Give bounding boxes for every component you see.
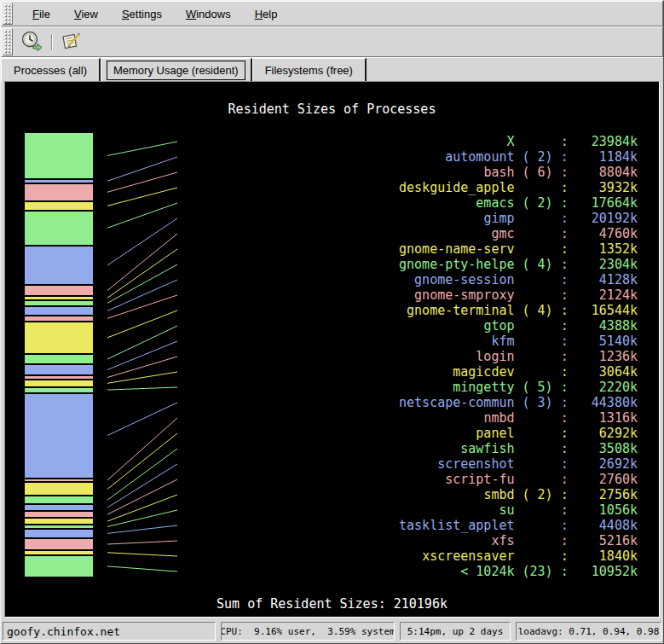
toolbar	[1, 26, 663, 57]
process-row-netscape-commun: netscape-commun ( 3) : 44380k	[399, 395, 638, 410]
process-row-gimp: gimp : 20192k	[399, 211, 638, 226]
process-row--1024k: < 1024k (23) : 10952k	[399, 564, 638, 579]
properties-icon[interactable]	[58, 29, 84, 55]
chart-panel-wrapper: Resident Sizes of Processes X : 23984kau…	[1, 81, 663, 618]
status-cpu: CPU: 9.16% user, 3.59% system	[221, 622, 395, 641]
menubar-grip-handle[interactable]	[3, 3, 13, 25]
tab-memory-usage-resident[interactable]: Memory Usage (resident)	[101, 58, 252, 81]
process-list: X : 23984kautomount ( 2) : 1184kbash ( 6…	[399, 134, 638, 579]
tab-label: Processes (all)	[7, 61, 94, 80]
chart-footer-sum: Sum of Resident Sizes: 210196k	[5, 596, 659, 612]
status-loadavg: loadavg: 0.71, 0.94, 0.98	[516, 622, 661, 641]
menu-windows[interactable]: Windows	[176, 4, 241, 24]
process-row-script-fu: script-fu : 2760k	[399, 472, 638, 487]
toolbar-grip-handle[interactable]	[3, 28, 13, 55]
process-row-screenshot: screenshot : 2692k	[399, 456, 638, 472]
tab-filesystems-free[interactable]: Filesystems (free)	[252, 58, 367, 81]
menu-file[interactable]: File	[22, 4, 61, 24]
process-row-xfs: xfs : 5216k	[399, 533, 638, 548]
process-row-gnome-name-serv: gnome-name-serv : 1352k	[399, 241, 638, 257]
status-bar: goofy.chinfox.net CPU: 9.16% user, 3.59%…	[1, 618, 663, 644]
process-row-gnome-terminal: gnome-terminal ( 4) : 16544k	[399, 303, 638, 318]
process-row-mingetty: mingetty ( 5) : 2220k	[399, 380, 638, 395]
process-row-kfm: kfm : 5140k	[399, 334, 638, 349]
process-row-automount: automount ( 2) : 1184k	[399, 149, 638, 165]
process-row-emacs: emacs ( 2) : 17664k	[399, 195, 638, 211]
process-row-xscreensaver: xscreensaver : 1840k	[399, 548, 638, 564]
menu-items: FileViewSettingsWindowsHelp	[14, 2, 287, 26]
process-row-login: login : 1236k	[399, 349, 638, 364]
menu-settings[interactable]: Settings	[112, 4, 172, 24]
process-row-sawfish: sawfish : 3508k	[399, 441, 638, 456]
menu-view[interactable]: View	[64, 4, 108, 24]
process-row-gmc: gmc : 4760k	[399, 226, 638, 241]
menu-bar: FileViewSettingsWindowsHelp	[1, 1, 663, 26]
process-row-panel: panel : 6292k	[399, 426, 638, 441]
process-row-gnome-smproxy: gnome-smproxy : 2124k	[399, 287, 638, 303]
tab-processes-all[interactable]: Processes (all)	[1, 58, 101, 81]
status-hostname: goofy.chinfox.net	[3, 622, 216, 641]
menu-help[interactable]: Help	[245, 4, 288, 24]
timer-icon[interactable]	[19, 29, 44, 55]
toolbar-separator	[51, 34, 53, 49]
status-uptime: 5:14pm, up 2 days	[400, 622, 511, 641]
process-row-deskguide-apple: deskguide_apple : 3932k	[399, 180, 638, 195]
process-row-smbd: smbd ( 2) : 2756k	[399, 487, 638, 502]
process-row-gnome-session: gnome-session : 4128k	[399, 272, 638, 287]
tab-label: Memory Usage (resident)	[107, 61, 245, 80]
process-row-bash: bash ( 6) : 8804k	[399, 165, 638, 180]
process-row-nmbd: nmbd : 1316k	[399, 410, 638, 426]
tab-label: Filesystems (free)	[258, 61, 360, 80]
memory-usage-chart: Resident Sizes of Processes X : 23984kau…	[4, 81, 660, 618]
process-row-gtop: gtop : 4388k	[399, 318, 638, 334]
process-row-tasklist-applet: tasklist_applet : 4408k	[399, 518, 638, 533]
tab-strip: Processes (all)Memory Usage (resident)Fi…	[1, 57, 663, 81]
gtop-window: { "menu_bar": { "items": [ { "label": "F…	[0, 0, 664, 644]
process-row-su: su : 1056k	[399, 502, 638, 518]
process-row-magicdev: magicdev : 3064k	[399, 364, 638, 380]
process-row-gnome-pty-helpe: gnome-pty-helpe ( 4) : 2304k	[399, 257, 638, 272]
process-row-X: X : 23984k	[399, 134, 638, 149]
